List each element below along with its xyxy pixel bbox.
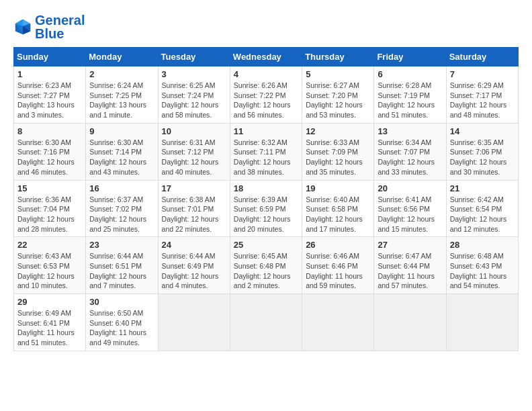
day-info: Sunrise: 6:47 AM Sunset: 6:44 PM Dayligh… (378, 251, 442, 291)
day-info: Sunrise: 6:39 AM Sunset: 6:59 PM Dayligh… (234, 195, 298, 234)
calendar-day-cell: 5Sunrise: 6:27 AM Sunset: 7:20 PM Daylig… (302, 66, 374, 124)
weekday-header-cell: Wednesday (230, 48, 302, 66)
day-info: Sunrise: 6:28 AM Sunset: 7:19 PM Dayligh… (378, 81, 442, 120)
logo: General Blue (13, 13, 85, 40)
day-info: Sunrise: 6:41 AM Sunset: 6:56 PM Dayligh… (378, 195, 442, 234)
calendar-day-cell: 14Sunrise: 6:35 AM Sunset: 7:06 PM Dayli… (446, 123, 518, 180)
day-info: Sunrise: 6:43 AM Sunset: 6:53 PM Dayligh… (17, 251, 82, 291)
day-info: Sunrise: 6:42 AM Sunset: 6:54 PM Dayligh… (450, 195, 515, 234)
weekday-header-cell: Friday (374, 48, 446, 66)
day-info: Sunrise: 6:35 AM Sunset: 7:06 PM Dayligh… (450, 138, 515, 177)
calendar-day-cell: 4Sunrise: 6:26 AM Sunset: 7:22 PM Daylig… (230, 66, 302, 124)
day-info: Sunrise: 6:23 AM Sunset: 7:27 PM Dayligh… (17, 81, 82, 120)
weekday-header-cell: Thursday (302, 48, 374, 66)
calendar-day-cell: 26Sunrise: 6:46 AM Sunset: 6:46 PM Dayli… (302, 237, 374, 294)
calendar-day-cell: 24Sunrise: 6:44 AM Sunset: 6:49 PM Dayli… (158, 237, 230, 294)
calendar-day-cell: 7Sunrise: 6:29 AM Sunset: 7:17 PM Daylig… (446, 66, 518, 124)
day-number: 11 (234, 126, 298, 136)
weekday-header-row: SundayMondayTuesdayWednesdayThursdayFrid… (14, 48, 519, 66)
day-info: Sunrise: 6:30 AM Sunset: 7:16 PM Dayligh… (17, 138, 82, 177)
calendar-day-cell: 1Sunrise: 6:23 AM Sunset: 7:27 PM Daylig… (14, 66, 86, 124)
day-number: 21 (450, 183, 515, 193)
day-number: 18 (234, 183, 298, 193)
day-info: Sunrise: 6:30 AM Sunset: 7:14 PM Dayligh… (89, 138, 154, 177)
day-number: 16 (89, 183, 154, 193)
day-info: Sunrise: 6:45 AM Sunset: 6:48 PM Dayligh… (234, 251, 298, 291)
day-info: Sunrise: 6:49 AM Sunset: 6:41 PM Dayligh… (17, 308, 82, 348)
day-info: Sunrise: 6:44 AM Sunset: 6:49 PM Dayligh… (162, 251, 226, 291)
day-info: Sunrise: 6:24 AM Sunset: 7:25 PM Dayligh… (89, 81, 154, 120)
day-number: 4 (234, 69, 298, 79)
day-number: 7 (450, 69, 515, 79)
day-number: 8 (17, 126, 82, 136)
day-number: 1 (17, 69, 82, 79)
day-info: Sunrise: 6:25 AM Sunset: 7:24 PM Dayligh… (162, 81, 226, 120)
calendar-day-cell: 21Sunrise: 6:42 AM Sunset: 6:54 PM Dayli… (446, 180, 518, 237)
calendar-week-row: 22Sunrise: 6:43 AM Sunset: 6:53 PM Dayli… (14, 237, 519, 294)
day-info: Sunrise: 6:29 AM Sunset: 7:17 PM Dayligh… (450, 81, 515, 120)
calendar-day-cell: 19Sunrise: 6:40 AM Sunset: 6:58 PM Dayli… (302, 180, 374, 237)
calendar-table: SundayMondayTuesdayWednesdayThursdayFrid… (13, 47, 519, 351)
calendar-day-cell: 9Sunrise: 6:30 AM Sunset: 7:14 PM Daylig… (86, 123, 158, 180)
day-info: Sunrise: 6:32 AM Sunset: 7:11 PM Dayligh… (234, 138, 298, 177)
day-number: 30 (89, 297, 154, 307)
day-info: Sunrise: 6:48 AM Sunset: 6:43 PM Dayligh… (450, 251, 515, 291)
calendar-day-cell (446, 294, 518, 351)
day-number: 29 (17, 297, 82, 307)
day-number: 13 (378, 126, 442, 136)
calendar-day-cell: 3Sunrise: 6:25 AM Sunset: 7:24 PM Daylig… (158, 66, 230, 124)
day-number: 22 (17, 240, 82, 250)
day-number: 10 (162, 126, 226, 136)
day-info: Sunrise: 6:50 AM Sunset: 6:40 PM Dayligh… (89, 308, 154, 348)
calendar-day-cell (230, 294, 302, 351)
calendar-day-cell: 2Sunrise: 6:24 AM Sunset: 7:25 PM Daylig… (86, 66, 158, 124)
calendar-week-row: 8Sunrise: 6:30 AM Sunset: 7:16 PM Daylig… (14, 123, 519, 180)
calendar-day-cell: 15Sunrise: 6:36 AM Sunset: 7:04 PM Dayli… (14, 180, 86, 237)
day-number: 23 (89, 240, 154, 250)
logo-text: General Blue (35, 13, 85, 40)
calendar-day-cell: 22Sunrise: 6:43 AM Sunset: 6:53 PM Dayli… (14, 237, 86, 294)
day-number: 14 (450, 126, 515, 136)
page-header: General Blue (13, 13, 519, 40)
calendar-day-cell: 6Sunrise: 6:28 AM Sunset: 7:19 PM Daylig… (374, 66, 446, 124)
weekday-header-cell: Sunday (14, 48, 86, 66)
calendar-day-cell: 25Sunrise: 6:45 AM Sunset: 6:48 PM Dayli… (230, 237, 302, 294)
day-number: 9 (89, 126, 154, 136)
day-number: 26 (306, 240, 370, 250)
day-number: 5 (306, 69, 370, 79)
calendar-day-cell: 20Sunrise: 6:41 AM Sunset: 6:56 PM Dayli… (374, 180, 446, 237)
calendar-day-cell: 29Sunrise: 6:49 AM Sunset: 6:41 PM Dayli… (14, 294, 86, 351)
calendar-day-cell: 16Sunrise: 6:37 AM Sunset: 7:02 PM Dayli… (86, 180, 158, 237)
calendar-day-cell (374, 294, 446, 351)
day-info: Sunrise: 6:38 AM Sunset: 7:01 PM Dayligh… (162, 195, 226, 234)
weekday-header-cell: Monday (86, 48, 158, 66)
day-info: Sunrise: 6:34 AM Sunset: 7:07 PM Dayligh… (378, 138, 442, 177)
calendar-week-row: 1Sunrise: 6:23 AM Sunset: 7:27 PM Daylig… (14, 66, 519, 124)
day-info: Sunrise: 6:31 AM Sunset: 7:12 PM Dayligh… (162, 138, 226, 177)
calendar-day-cell: 8Sunrise: 6:30 AM Sunset: 7:16 PM Daylig… (14, 123, 86, 180)
day-info: Sunrise: 6:46 AM Sunset: 6:46 PM Dayligh… (306, 251, 370, 291)
logo-icon (13, 17, 32, 36)
calendar-day-cell: 28Sunrise: 6:48 AM Sunset: 6:43 PM Dayli… (446, 237, 518, 294)
calendar-day-cell: 11Sunrise: 6:32 AM Sunset: 7:11 PM Dayli… (230, 123, 302, 180)
day-number: 25 (234, 240, 298, 250)
day-number: 27 (378, 240, 442, 250)
day-number: 6 (378, 69, 442, 79)
day-number: 24 (162, 240, 226, 250)
day-number: 19 (306, 183, 370, 193)
day-info: Sunrise: 6:33 AM Sunset: 7:09 PM Dayligh… (306, 138, 370, 177)
day-info: Sunrise: 6:44 AM Sunset: 6:51 PM Dayligh… (89, 251, 154, 291)
calendar-body: 1Sunrise: 6:23 AM Sunset: 7:27 PM Daylig… (14, 66, 519, 351)
day-number: 3 (162, 69, 226, 79)
calendar-day-cell: 12Sunrise: 6:33 AM Sunset: 7:09 PM Dayli… (302, 123, 374, 180)
day-number: 2 (89, 69, 154, 79)
calendar-week-row: 15Sunrise: 6:36 AM Sunset: 7:04 PM Dayli… (14, 180, 519, 237)
day-number: 28 (450, 240, 515, 250)
calendar-week-row: 29Sunrise: 6:49 AM Sunset: 6:41 PM Dayli… (14, 294, 519, 351)
day-number: 15 (17, 183, 82, 193)
calendar-day-cell: 10Sunrise: 6:31 AM Sunset: 7:12 PM Dayli… (158, 123, 230, 180)
weekday-header-cell: Tuesday (158, 48, 230, 66)
weekday-header-cell: Saturday (446, 48, 518, 66)
day-number: 17 (162, 183, 226, 193)
calendar-day-cell: 23Sunrise: 6:44 AM Sunset: 6:51 PM Dayli… (86, 237, 158, 294)
